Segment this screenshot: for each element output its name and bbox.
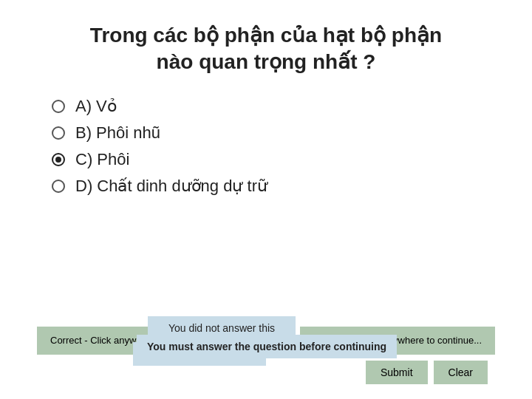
radio-D[interactable] (52, 180, 65, 193)
radio-A[interactable] (52, 100, 65, 113)
submit-button[interactable]: Submit (366, 361, 428, 384)
option-C[interactable]: C) Phôi (52, 150, 502, 169)
option-D[interactable]: D) Chất dinh dưỡng dự trữ (52, 177, 502, 196)
must-answer-tooltip: You must answer the question before cont… (137, 335, 397, 358)
question-title: Trong các bộ phận của hạt bộ phận nào qu… (30, 22, 502, 76)
action-row: Submit Clear (366, 361, 488, 384)
main-content: Trong các bộ phận của hạt bộ phận nào qu… (0, 0, 532, 233)
bottom-area: Correct - Click anywhere to cont... Inco… (0, 310, 532, 399)
option-B[interactable]: B) Phôi nhũ (52, 123, 502, 143)
radio-C[interactable] (52, 153, 65, 166)
clear-button[interactable]: Clear (434, 361, 488, 384)
radio-B[interactable] (52, 126, 65, 140)
options-list: A) Vỏ B) Phôi nhũ C) Phôi D) Chất dinh d… (30, 97, 502, 196)
option-A[interactable]: A) Vỏ (52, 97, 502, 116)
